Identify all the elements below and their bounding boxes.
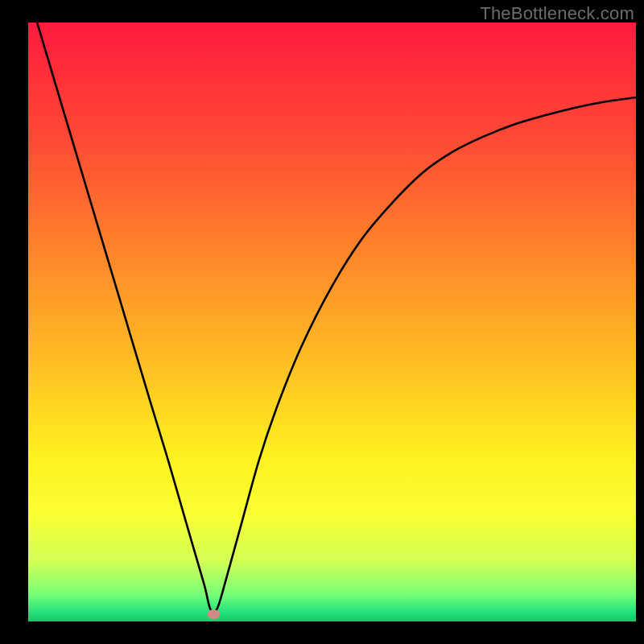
watermark-text: TheBottleneck.com <box>480 3 634 24</box>
bottleneck-chart <box>0 0 644 644</box>
plot-background <box>28 23 636 621</box>
optimal-point-marker <box>207 609 220 619</box>
chart-frame: TheBottleneck.com <box>0 0 644 644</box>
